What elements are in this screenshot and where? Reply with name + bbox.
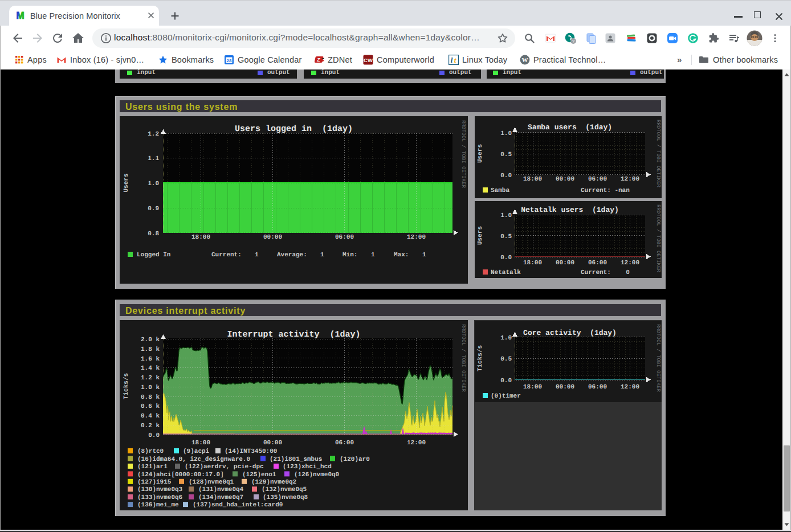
svg-text:Core activity (1day): Core activity (1day) [523, 329, 617, 337]
svg-text:1.0: 1.0 [148, 181, 159, 187]
svg-text:(128)nvme0q1: (128)nvme0q1 [189, 479, 234, 486]
svg-text:Current: -nan: Current: -nan [581, 187, 630, 194]
svg-text:0.0: 0.0 [148, 432, 160, 439]
svg-text:Users: Users [477, 144, 484, 163]
svg-text:00:00: 00:00 [556, 260, 574, 267]
svg-text:(125)eno1: (125)eno1 [242, 472, 276, 478]
svg-text:Users: Users [477, 226, 484, 245]
svg-text:18:00: 18:00 [523, 384, 542, 391]
svg-text:1.4 k: 1.4 k [141, 365, 160, 372]
svg-text:Current: 0: Current: 0 [581, 269, 630, 276]
svg-text:1.2 k: 1.2 k [141, 375, 160, 382]
svg-text:00:00: 00:00 [263, 440, 282, 447]
svg-text:(127)i915: (127)i915 [137, 479, 172, 486]
svg-text:(137)snd_hda_intel:card0: (137)snd_hda_intel:card0 [193, 502, 283, 509]
svg-text:(132)nvme0q5: (132)nvme0q5 [262, 486, 307, 493]
svg-text:0.0: 0.0 [500, 378, 512, 384]
svg-text:Samba users (1day): Samba users (1day) [528, 123, 612, 132]
svg-text:(8)rtc0: (8)rtc0 [137, 448, 164, 455]
svg-text:0.5: 0.5 [500, 152, 512, 158]
svg-text:1: 1 [422, 252, 426, 259]
svg-text:(129)nvme0q2: (129)nvme0q2 [251, 479, 296, 486]
svg-text:(126)nvme0q0: (126)nvme0q0 [294, 472, 339, 478]
svg-text:0.0: 0.0 [500, 255, 512, 261]
svg-text:06:00: 06:00 [588, 260, 607, 267]
svg-text:RRDTOOL / TOBI OETIKER: RRDTOOL / TOBI OETIKER [655, 120, 661, 187]
svg-text:(14)INT3450:00: (14)INT3450:00 [225, 448, 277, 455]
svg-text:RRDTOOL / TOBI OETIKER: RRDTOOL / TOBI OETIKER [655, 204, 661, 272]
svg-text:(136)mei_me: (136)mei_me [137, 502, 179, 509]
svg-text:0.0: 0.0 [500, 173, 512, 179]
svg-text:Netatalk users (1day): Netatalk users (1day) [521, 206, 619, 214]
svg-text:(131)nvme0q4: (131)nvme0q4 [198, 486, 244, 493]
svg-text:(134)nvme0q7: (134)nvme0q7 [198, 494, 243, 501]
svg-text:0.6 k: 0.6 k [141, 403, 160, 410]
svg-text:06:00: 06:00 [335, 440, 354, 447]
svg-text:1.6 k: 1.6 k [141, 356, 160, 363]
svg-text:RRDTOOL / TOBI OETIKER: RRDTOOL / TOBI OETIKER [460, 324, 466, 392]
svg-text:Samba: Samba [491, 187, 509, 194]
svg-text:1.0: 1.0 [500, 130, 512, 137]
svg-text:1.2: 1.2 [148, 131, 159, 138]
svg-text:00:00: 00:00 [556, 176, 574, 183]
svg-text:Current:: Current: [211, 252, 242, 259]
svg-text:18:00: 18:00 [191, 440, 210, 447]
svg-text:00:00: 00:00 [263, 234, 282, 241]
svg-text:(122)aerdrv, pcie-dpc: (122)aerdrv, pcie-dpc [185, 464, 264, 470]
svg-text:18:00: 18:00 [523, 176, 542, 183]
svg-text:(121)ar1: (121)ar1 [137, 464, 168, 470]
svg-text:1: 1 [371, 252, 375, 259]
svg-text:12:00: 12:00 [621, 260, 639, 267]
svg-text:1: 1 [320, 252, 324, 259]
svg-text:0.2 k: 0.2 k [141, 423, 160, 429]
svg-text:Logged In: Logged In [137, 252, 170, 259]
svg-text:1.0 k: 1.0 k [141, 384, 160, 391]
svg-text:(124)ahci[0000:00:17.0]: (124)ahci[0000:00:17.0] [137, 472, 224, 478]
svg-text:W: W [522, 56, 528, 63]
svg-text:Users logged in (1day): Users logged in (1day) [235, 124, 353, 134]
svg-text:Interrupt activity (1day): Interrupt activity (1day) [227, 330, 360, 339]
svg-text:(0)timer: (0)timer [491, 393, 521, 400]
svg-text:Min:: Min: [343, 252, 357, 259]
svg-text:(123)xhci_hcd: (123)xhci_hcd [283, 464, 332, 470]
svg-text:(120)ar0: (120)ar0 [340, 456, 370, 463]
svg-text:12:00: 12:00 [407, 234, 426, 241]
svg-text:0.8: 0.8 [148, 231, 159, 238]
svg-text:0.9: 0.9 [148, 206, 159, 212]
svg-text:RRDTOOL / TOBI OETIKER: RRDTOOL / TOBI OETIKER [655, 324, 661, 392]
svg-text:RRDTOOL / TOBI OETIKER: RRDTOOL / TOBI OETIKER [460, 120, 466, 188]
svg-text:12:00: 12:00 [621, 384, 639, 391]
svg-text:28: 28 [227, 58, 232, 63]
svg-text:1.0: 1.0 [500, 335, 512, 342]
svg-text:?: ? [572, 39, 575, 44]
svg-text:(9)acpi: (9)acpi [183, 448, 210, 455]
svg-text:M: M [16, 10, 24, 20]
svg-text:Max:: Max: [394, 252, 409, 259]
svg-text:(16)idma64.0, i2c_designware.0: (16)idma64.0, i2c_designware.0 [137, 456, 250, 463]
svg-text:Average:: Average: [277, 252, 307, 259]
svg-text:Users: Users [123, 173, 130, 192]
svg-text:CW: CW [364, 57, 373, 63]
svg-text:12:00: 12:00 [407, 440, 426, 447]
svg-text:(133)nvme0q6: (133)nvme0q6 [137, 494, 182, 501]
svg-text:Ticks/s: Ticks/s [123, 373, 130, 399]
svg-text:Z: Z [316, 57, 320, 63]
svg-text:00:00: 00:00 [556, 384, 574, 391]
svg-text:18:00: 18:00 [191, 234, 210, 241]
svg-text:0.4 k: 0.4 k [141, 413, 160, 420]
svg-text:1.0: 1.0 [500, 212, 512, 219]
svg-text:1.8 k: 1.8 k [141, 346, 160, 353]
svg-text:0.8 k: 0.8 k [141, 394, 160, 401]
svg-text:06:00: 06:00 [335, 234, 354, 241]
svg-text:Netatalk: Netatalk [491, 269, 521, 276]
svg-text:1.1: 1.1 [148, 155, 159, 162]
svg-text:t: t [454, 56, 456, 64]
svg-text:(21)i801_smbus: (21)i801_smbus [270, 456, 322, 463]
svg-text:18:00: 18:00 [523, 260, 542, 267]
svg-text:06:00: 06:00 [588, 176, 607, 183]
svg-text:06:00: 06:00 [588, 384, 607, 391]
svg-text:(130)nvme0q3: (130)nvme0q3 [137, 486, 183, 493]
svg-text:2.0 k: 2.0 k [141, 337, 160, 343]
svg-text:(135)nvme0q8: (135)nvme0q8 [263, 494, 308, 501]
svg-text:0.5: 0.5 [500, 356, 512, 363]
